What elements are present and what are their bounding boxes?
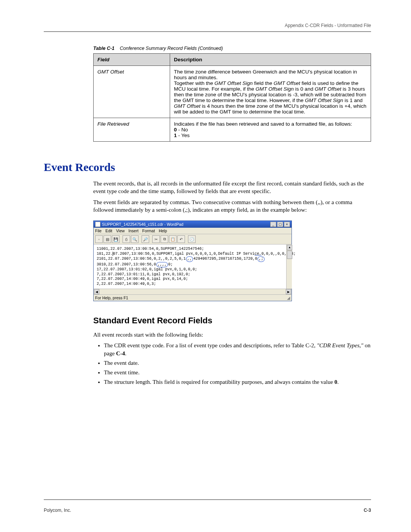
page: Appendix C-CDR Fields - Unformatted File… xyxy=(0,0,411,532)
summary-table: Field Description GMT Offset The time zo… xyxy=(93,53,371,142)
table-header-row: Field Description xyxy=(94,54,371,66)
content-line: 3010,22.07.2007,13:00:56,0,,,,0; xyxy=(97,262,289,268)
list-item: The event time. xyxy=(104,369,371,377)
page-footer: Polycom, Inc. C-3 xyxy=(44,499,371,513)
list-item: The event date. xyxy=(104,359,371,367)
content-line: 17,22.07.2007,13:01:02,0,igal pvx,0,1,0,… xyxy=(97,267,289,272)
paragraph: The event fields are separated by commas… xyxy=(93,198,371,214)
status-text: For Help, press F1 xyxy=(95,296,128,300)
wordpad-menubar: File Edit View Insert Format Help xyxy=(94,228,292,234)
scroll-right-icon[interactable]: ▶ xyxy=(286,289,291,294)
table-caption-label: Table C-1 xyxy=(93,46,115,51)
content-line: 7,22.07.2007,14:00:49,0,igal pvx,0,14,0; xyxy=(97,277,289,282)
table-section: Table C-1 Conference Summary Record Fiel… xyxy=(93,46,371,142)
content-line: 2,22.07.2007,14:00:49,0,3; xyxy=(97,282,289,287)
table-row: File Retrieved Indicates if the file has… xyxy=(94,118,371,142)
scroll-thumb[interactable] xyxy=(287,251,292,259)
open-icon[interactable]: ▤ xyxy=(104,235,111,243)
save-icon[interactable]: 💾 xyxy=(112,235,119,243)
header-rule xyxy=(44,31,371,32)
menu-edit[interactable]: Edit xyxy=(105,228,112,233)
cell-field: GMT Offset xyxy=(94,66,170,118)
horizontal-scrollbar[interactable]: ◀ ▶ xyxy=(94,289,292,294)
menu-format[interactable]: Format xyxy=(142,228,155,233)
content-line: 7,22.07.2007,13:01:11,0,igal pvx,0,192,0… xyxy=(97,272,289,277)
vertical-scrollbar[interactable]: ▲ xyxy=(286,244,292,289)
wordpad-toolbar: ▫ ▤ 💾 ⎙ 🔍 🔎 ✂ ⧉ 📋 ↶ 🕘 xyxy=(94,234,292,244)
wordpad-window: SUPPORT_1422547546_c151.cdr - WordPad _ … xyxy=(93,220,292,301)
cut-icon[interactable]: ✂ xyxy=(152,235,160,243)
copy-icon[interactable]: ⧉ xyxy=(161,235,168,243)
th-description: Description xyxy=(170,54,371,66)
standard-fields-section: Standard Event Record Fields All event r… xyxy=(93,316,371,386)
table-caption: Table C-1 Conference Summary Record Fiel… xyxy=(93,46,371,51)
wordpad-statusbar: For Help, press F1 ◢ xyxy=(94,294,292,301)
running-header: Appendix C-CDR Fields - Unformatted File xyxy=(44,23,371,28)
menu-view[interactable]: View xyxy=(116,228,125,233)
paragraph: All event records start with the followi… xyxy=(93,331,371,339)
subsection-heading-standard-fields: Standard Event Record Fields xyxy=(93,316,371,326)
content-line: 11001,22.07.2007,13:00:54,0,SUPPORT_1422… xyxy=(97,247,289,252)
event-records-body: The event records, that is, all records … xyxy=(93,180,371,301)
cell-field: File Retrieved xyxy=(94,118,170,142)
wordpad-content[interactable]: 11001,22.07.2007,13:00:54,0,SUPPORT_1422… xyxy=(94,244,292,289)
resize-grip-icon[interactable]: ◢ xyxy=(287,296,290,300)
section-heading-event-records: Event Records xyxy=(44,161,371,174)
content-line: 2101,22.07.2007,13:00:56,0,2,,0,2,5,0,1,… xyxy=(97,256,289,262)
table-row: GMT Offset The time zone difference betw… xyxy=(94,66,371,118)
preview-icon[interactable]: 🔍 xyxy=(131,235,139,243)
list-item: The CDR event type code. For a list of e… xyxy=(104,342,371,358)
undo-icon[interactable]: ↶ xyxy=(177,235,185,243)
maximize-button[interactable]: ▢ xyxy=(277,222,283,227)
minimize-button[interactable]: _ xyxy=(270,222,276,227)
list-item: The structure length. This field is requ… xyxy=(104,378,371,386)
wordpad-titlebar: SUPPORT_1422547546_c151.cdr - WordPad _ … xyxy=(94,221,292,228)
menu-insert[interactable]: Insert xyxy=(129,228,139,233)
find-icon[interactable]: 🔎 xyxy=(142,235,149,243)
scroll-up-icon[interactable]: ▲ xyxy=(287,245,292,250)
menu-file[interactable]: File xyxy=(95,228,102,233)
scroll-left-icon[interactable]: ◀ xyxy=(94,289,99,294)
print-icon[interactable]: ⎙ xyxy=(123,235,130,243)
menu-help[interactable]: Help xyxy=(159,228,167,233)
document-icon xyxy=(95,222,100,227)
new-icon[interactable]: ▫ xyxy=(95,235,103,243)
paragraph: The event records, that is, all records … xyxy=(93,180,371,195)
paste-icon[interactable]: 📋 xyxy=(169,235,177,243)
datetime-icon[interactable]: 🕘 xyxy=(188,235,196,243)
footer-left: Polycom, Inc. xyxy=(44,508,71,513)
cell-desc: Indicates if the file has been retrieved… xyxy=(170,118,371,142)
bullet-list: The CDR event type code. For a list of e… xyxy=(93,342,371,386)
th-field: Field xyxy=(94,54,170,66)
wordpad-title-text: SUPPORT_1422547546_c151.cdr - WordPad xyxy=(102,222,183,227)
cell-desc: The time zone difference between Greenwi… xyxy=(170,66,371,118)
table-caption-title: Conference Summary Record Fields (Contin… xyxy=(120,46,223,51)
close-button[interactable]: × xyxy=(284,222,290,227)
footer-page-number: C-3 xyxy=(364,508,371,513)
content-line: 101,22.07.2007,13:00:56,0,SUPPORT,igal p… xyxy=(97,252,289,257)
